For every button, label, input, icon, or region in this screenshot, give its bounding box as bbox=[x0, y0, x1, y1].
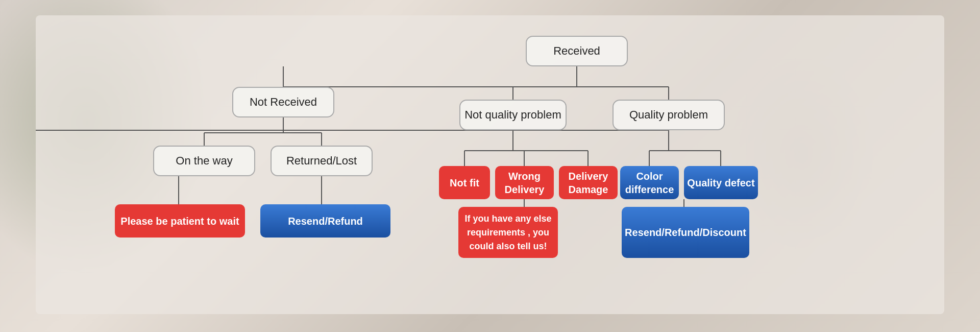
node-on-the-way: On the way bbox=[153, 146, 255, 176]
returned-lost-label: Returned/Lost bbox=[286, 154, 357, 169]
quality-problem-label: Quality problem bbox=[629, 108, 708, 123]
node-resend-refund[interactable]: Resend/Refund bbox=[260, 204, 390, 238]
node-not-fit[interactable]: Not fit bbox=[439, 166, 490, 199]
node-resend-refund-discount[interactable]: Resend/Refund/Discount bbox=[622, 207, 749, 258]
node-not-quality-problem: Not quality problem bbox=[459, 100, 567, 130]
node-if-requirements: If you have any else requirements , you … bbox=[458, 207, 558, 258]
node-returned-lost: Returned/Lost bbox=[271, 146, 373, 176]
node-quality-problem: Quality problem bbox=[612, 100, 725, 130]
not-quality-problem-label: Not quality problem bbox=[464, 108, 561, 123]
received-label: Received bbox=[553, 44, 600, 59]
node-quality-defect[interactable]: Quality defect bbox=[684, 166, 758, 199]
node-not-received: Not Received bbox=[232, 87, 334, 117]
please-wait-label: Please be patient to wait bbox=[120, 215, 239, 228]
node-color-difference[interactable]: Color difference bbox=[620, 166, 679, 199]
color-difference-label: Color difference bbox=[620, 170, 679, 196]
if-requirements-label: If you have any else requirements , you … bbox=[458, 212, 558, 253]
node-wrong-delivery[interactable]: Wrong Delivery bbox=[495, 166, 554, 199]
not-fit-label: Not fit bbox=[450, 176, 479, 189]
resend-refund-discount-label: Resend/Refund/Discount bbox=[625, 226, 746, 239]
node-please-wait[interactable]: Please be patient to wait bbox=[115, 204, 245, 238]
flowchart-diagram: Received Not Received On the way Returne… bbox=[36, 15, 944, 314]
node-delivery-damage[interactable]: Delivery Damage bbox=[559, 166, 618, 199]
quality-defect-label: Quality defect bbox=[687, 176, 754, 189]
node-received: Received bbox=[526, 36, 628, 66]
resend-refund-label: Resend/Refund bbox=[288, 215, 363, 228]
wrong-delivery-label: Wrong Delivery bbox=[495, 170, 554, 196]
delivery-damage-label: Delivery Damage bbox=[559, 170, 618, 196]
not-received-label: Not Received bbox=[250, 95, 317, 110]
on-the-way-label: On the way bbox=[176, 154, 232, 169]
